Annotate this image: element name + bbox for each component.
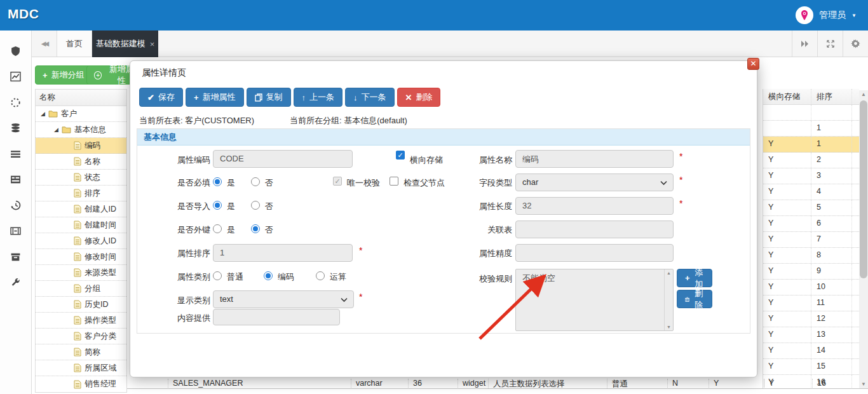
settings-button[interactable]: [843, 31, 868, 57]
sidebar-item-process[interactable]: [3, 90, 29, 116]
dialog-close-button[interactable]: ✕: [747, 58, 759, 70]
attr-name-input[interactable]: 编码: [515, 150, 674, 168]
check-parent-label: 检查父节点: [403, 177, 445, 189]
tree-item-sales-manager[interactable]: 销售经理: [36, 376, 126, 392]
fullscreen-button[interactable]: [817, 31, 843, 57]
horizontal-storage-checkbox[interactable]: ✓: [396, 151, 405, 160]
tree-item-group[interactable]: 分组: [36, 281, 126, 297]
sidebar-item-tools[interactable]: [3, 270, 29, 296]
table-row[interactable]: Y3: [763, 168, 859, 184]
add-attribute-button[interactable]: +新增属性: [186, 88, 244, 107]
required-yes-radio[interactable]: [213, 177, 222, 186]
sidebar-item-archive[interactable]: [3, 244, 29, 270]
scrollbar-thumb[interactable]: [860, 100, 867, 278]
tab-close-icon[interactable]: ×: [150, 40, 155, 48]
remove-rule-button[interactable]: 删除: [677, 290, 712, 308]
save-button[interactable]: ✔保存: [139, 88, 183, 107]
listbox-scrollbar[interactable]: ▲ ▼: [664, 269, 673, 330]
sidebar-item-media[interactable]: [3, 219, 29, 245]
attr-length-input[interactable]: 32: [515, 197, 674, 215]
tab-home[interactable]: 首页: [57, 31, 92, 57]
user-menu[interactable]: 管理员 ▼: [796, 6, 857, 25]
sidebar-item-database[interactable]: [3, 116, 29, 142]
tree-item-sort[interactable]: 排序: [36, 186, 126, 201]
table-row[interactable]: Y2: [763, 153, 859, 168]
table-row[interactable]: Y10: [763, 280, 859, 296]
sidebar-item-list[interactable]: [3, 141, 29, 167]
scroll-up-icon[interactable]: ▲: [665, 271, 673, 275]
importable-no-radio[interactable]: [251, 201, 260, 210]
sidebar-item-shield[interactable]: [3, 38, 29, 64]
attr-sort-input[interactable]: 1: [213, 244, 353, 262]
tree-expand-icon[interactable]: ◢: [41, 111, 45, 117]
validation-rule-item[interactable]: 不能为空: [516, 269, 673, 284]
scroll-down-icon[interactable]: ▼: [665, 325, 673, 329]
category-compute-radio[interactable]: [316, 271, 325, 280]
tree-item-create-time[interactable]: 创建时间: [36, 217, 126, 233]
table-row[interactable]: Y5: [763, 200, 859, 216]
delete-button[interactable]: ✕删除: [397, 88, 441, 107]
tree-item-short-name[interactable]: 简称: [36, 344, 126, 360]
tree-item-name[interactable]: 名称: [36, 154, 126, 170]
tabs-scroll-left-button[interactable]: ◀◀: [32, 31, 57, 57]
table-row-selected[interactable]: Y1: [763, 137, 859, 153]
category-code-radio[interactable]: [264, 271, 273, 280]
tree-item-history-id[interactable]: 历史ID: [36, 297, 126, 313]
tree-item-modify-time[interactable]: 修改时间: [36, 249, 126, 265]
grid-vertical-scrollbar[interactable]: ▲ ▼: [859, 90, 868, 389]
scroll-up-icon[interactable]: ▲: [859, 90, 868, 99]
table-row[interactable]: Y12: [763, 311, 859, 327]
importable-yes-radio[interactable]: [213, 201, 222, 210]
sidebar-item-history[interactable]: [3, 193, 29, 219]
tree-item-creator-id[interactable]: 创建人ID: [36, 201, 126, 217]
column-header-sort[interactable]: 排序: [811, 89, 852, 104]
table-row[interactable]: Y7: [763, 232, 859, 248]
add-group-button[interactable]: + 新增分组: [35, 65, 92, 85]
validation-rules-listbox[interactable]: 不能为空 ▲ ▼: [515, 269, 674, 331]
add-rule-button[interactable]: +添加: [677, 269, 712, 287]
table-row[interactable]: Y11: [763, 296, 859, 311]
tab-basic-data-modeling[interactable]: 基础数据建模 ×: [92, 31, 158, 57]
sidebar-item-analytics[interactable]: [3, 64, 29, 90]
table-row[interactable]: 1: [763, 121, 859, 137]
related-table-input[interactable]: [515, 221, 674, 238]
check-parent-checkbox[interactable]: [390, 177, 398, 186]
foreign-key-no-radio[interactable]: [251, 224, 260, 233]
unique-check-checkbox[interactable]: ✓: [333, 177, 342, 186]
attr-precision-input[interactable]: [515, 244, 674, 262]
tree-expand-icon[interactable]: ◢: [54, 126, 58, 133]
tree-item-status[interactable]: 状态: [36, 170, 126, 186]
table-row[interactable]: [763, 105, 859, 121]
required-no-radio[interactable]: [251, 177, 260, 186]
attr-code-input[interactable]: CODE: [213, 150, 353, 168]
tree-item-operation-type[interactable]: 操作类型: [36, 313, 126, 329]
tree-item-basic-info[interactable]: ◢ 基本信息: [36, 122, 126, 138]
table-row[interactable]: Y8: [763, 248, 859, 264]
table-row[interactable]: Y6: [763, 216, 859, 232]
table-row[interactable]: Y13: [763, 327, 859, 343]
content-provider-input[interactable]: [213, 309, 340, 325]
table-row[interactable]: Y15: [763, 359, 859, 375]
avatar[interactable]: [796, 6, 813, 24]
tree-item-source-type[interactable]: 来源类型: [36, 265, 126, 281]
tree-item-region[interactable]: 所属区域: [36, 360, 126, 376]
display-type-select[interactable]: text: [213, 290, 354, 308]
tree-item-code[interactable]: 编码: [36, 138, 126, 154]
sidebar-item-detail-list[interactable]: [3, 167, 29, 193]
field-type-select[interactable]: char: [515, 173, 674, 191]
table-row[interactable]: Y4: [763, 184, 859, 200]
tree-item-customer-category[interactable]: 客户分类: [36, 329, 126, 344]
copy-button[interactable]: 复制: [247, 88, 291, 107]
category-normal-radio[interactable]: [213, 271, 222, 280]
next-record-button[interactable]: ↓下一条: [345, 88, 395, 107]
column-header-horizontal-storage[interactable]: 横向存储: [763, 89, 811, 104]
tree-item-modifier-id[interactable]: 修改人ID: [36, 233, 126, 249]
tree-item-customer[interactable]: ◢ 客户: [36, 106, 126, 122]
table-row[interactable]: Y9: [763, 264, 859, 280]
foreign-key-yes-radio[interactable]: [213, 224, 222, 233]
location-pin-icon: [798, 9, 811, 22]
table-row[interactable]: Y14: [763, 343, 859, 359]
tabs-scroll-right-button[interactable]: [792, 31, 817, 57]
previous-record-button[interactable]: ↑上一条: [294, 88, 343, 107]
grid-row-sales-manager[interactable]: SALES_MANAGER varchar 36 widget 人员主数据列表选…: [127, 378, 868, 389]
